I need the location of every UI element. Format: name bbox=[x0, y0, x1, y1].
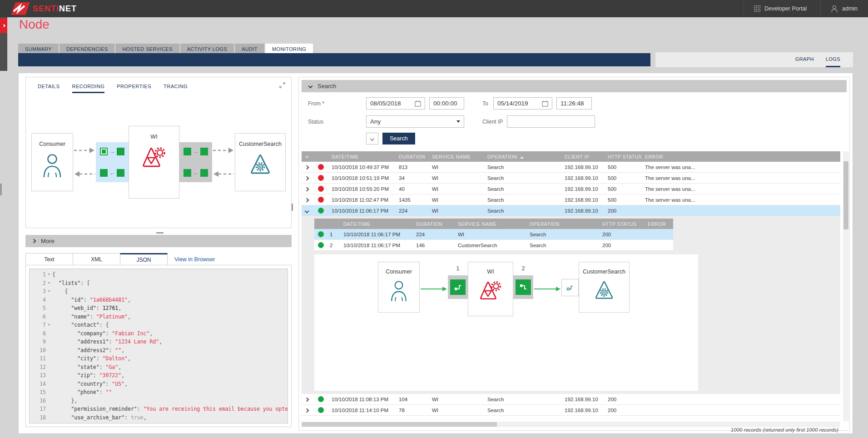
diagram-node-service[interactable]: WI bbox=[129, 126, 179, 199]
code-line: 7▾"contact": { bbox=[30, 321, 288, 329]
rec-tab-details[interactable]: DETAILS bbox=[38, 84, 60, 93]
cell-error: The server was una... bbox=[641, 164, 840, 170]
more-section-toggle[interactable]: More bbox=[25, 235, 292, 247]
collapse-all-button[interactable]: « bbox=[302, 153, 314, 160]
hop-2-block[interactable]: 2 bbox=[513, 275, 533, 299]
table-row[interactable]: 10/10/2018 10:51:19 PM34WISearch192.168.… bbox=[302, 173, 840, 184]
code-line: 6"name": "Platinum", bbox=[30, 313, 288, 321]
column-header-http-status[interactable]: HTTP STATUS bbox=[599, 221, 644, 227]
scrollbar-thumb[interactable] bbox=[843, 161, 848, 229]
row-expander[interactable] bbox=[302, 208, 314, 214]
fold-toggle-icon[interactable]: ▾ bbox=[46, 321, 52, 329]
calendar-icon[interactable] bbox=[542, 100, 548, 107]
hop-1-block[interactable]: 1 bbox=[448, 275, 468, 299]
view-tab-graph[interactable]: GRAPH bbox=[795, 52, 814, 67]
column-header-error[interactable]: ERROR bbox=[641, 154, 840, 159]
row-expander[interactable] bbox=[302, 197, 314, 203]
detail-row[interactable]: 110/10/2018 11:06:17 PM224WISearch200 bbox=[314, 229, 673, 240]
user-menu[interactable]: admin bbox=[831, 0, 858, 17]
json-code-area[interactable]: 1▾{2▾"lists": [3▾{4"id": "1a668b4481",5"… bbox=[29, 269, 288, 423]
column-header-client-ip[interactable]: CLIENT IP bbox=[561, 154, 604, 159]
fold-toggle-icon[interactable]: ▾ bbox=[46, 279, 52, 288]
rec-tab-properties[interactable]: PROPERTIES bbox=[117, 84, 151, 93]
message-square-selected bbox=[100, 148, 108, 155]
scrollbar-thumb[interactable] bbox=[302, 422, 497, 427]
cell-datetime: 10/10/2018 10:49:37 PM bbox=[328, 164, 395, 170]
diagram-node-service[interactable]: WI bbox=[468, 262, 513, 316]
search-section-toggle[interactable]: Search bbox=[302, 80, 847, 92]
sidebar-expand-tab[interactable] bbox=[0, 18, 7, 33]
table-row[interactable]: 10/10/2018 10:55:20 PM40WISearch192.168.… bbox=[302, 184, 840, 194]
table-row[interactable]: 10/10/2018 11:08:13 PM104WISearch192.168… bbox=[302, 394, 840, 405]
row-expander[interactable] bbox=[302, 175, 314, 181]
payload-tab-xml[interactable]: XML bbox=[73, 253, 120, 265]
from-date-input[interactable]: 08/05/2018 bbox=[366, 97, 425, 110]
inbound-endpoint-block[interactable]: → ← bbox=[96, 142, 129, 182]
fold-toggle-icon[interactable]: ▾ bbox=[46, 270, 52, 279]
status-cell bbox=[314, 186, 328, 192]
column-header-http-status[interactable]: HTTP STATUS bbox=[604, 154, 641, 159]
fold-toggle-icon[interactable]: ▾ bbox=[46, 287, 52, 296]
to-date-input[interactable]: 05/14/2019 bbox=[493, 97, 552, 110]
resize-handle-horizontal[interactable] bbox=[156, 232, 164, 234]
code-line: 4"id": "1a668b4481", bbox=[30, 296, 288, 304]
table-row[interactable]: 10/10/2018 11:06:17 PM224WISearch192.168… bbox=[302, 205, 840, 216]
search-button[interactable]: Search bbox=[382, 133, 415, 144]
diagram-node-consumer[interactable]: Consumer bbox=[31, 133, 73, 191]
left-scrollbar-thumb[interactable] bbox=[0, 184, 2, 195]
client-ip-input[interactable] bbox=[507, 115, 595, 128]
payload-tab-json[interactable]: JSON bbox=[120, 253, 168, 265]
column-header-date-time[interactable]: DATE/TIME bbox=[328, 154, 395, 159]
line-number: 19 bbox=[30, 422, 46, 423]
to-time-input[interactable]: 11:26:48 bbox=[556, 97, 592, 110]
calendar-icon[interactable] bbox=[415, 100, 421, 107]
status-select[interactable]: Any bbox=[366, 115, 464, 128]
row-expander[interactable] bbox=[302, 397, 314, 402]
code-text: "contact": { bbox=[71, 321, 109, 329]
rec-tab-tracing[interactable]: TRACING bbox=[164, 84, 188, 93]
diagram-node-backend[interactable]: CustomerSearch bbox=[579, 262, 630, 313]
view-tab-logs[interactable]: LOGS bbox=[826, 52, 840, 67]
column-header-error[interactable]: ERROR bbox=[644, 221, 673, 227]
line-number: 4 bbox=[30, 296, 46, 304]
more-filters-dropdown[interactable] bbox=[366, 133, 378, 144]
column-header-duration[interactable]: DURATION bbox=[395, 154, 428, 159]
column-header-operation[interactable]: OPERATION bbox=[484, 154, 561, 159]
row-expander[interactable] bbox=[302, 164, 314, 170]
row-expander[interactable] bbox=[302, 186, 314, 192]
line-number: 12 bbox=[30, 363, 46, 372]
rec-tab-recording[interactable]: RECORDING bbox=[72, 84, 105, 93]
column-header-service-name[interactable]: SERVICE NAME bbox=[454, 221, 526, 227]
detail-row[interactable]: 210/10/2018 11:06:17 PM146CustomerSearch… bbox=[314, 240, 673, 251]
cell-http-status: 200 bbox=[599, 232, 644, 237]
column-header-service-name[interactable]: SERVICE NAME bbox=[428, 154, 484, 159]
view-in-browser-link[interactable]: View in Browser bbox=[174, 256, 215, 263]
expand-panel-icon[interactable] bbox=[279, 82, 286, 90]
outbound-endpoint-block[interactable]: → ← bbox=[179, 142, 212, 182]
user-icon bbox=[831, 5, 838, 13]
results-horizontal-scrollbar[interactable] bbox=[302, 422, 840, 427]
from-time-input[interactable]: 00:00:00 bbox=[429, 97, 464, 110]
line-number: 1 bbox=[30, 270, 46, 279]
line-number: 15 bbox=[30, 388, 46, 397]
code-line: 14"country": "US", bbox=[30, 380, 288, 388]
resize-handle-vertical[interactable] bbox=[292, 204, 293, 211]
table-row[interactable]: 10/10/2018 10:49:37 PM813WISearch192.168… bbox=[302, 162, 840, 173]
table-row[interactable]: 10/10/2018 11:14:10 PM78WISearch192.168.… bbox=[302, 405, 840, 416]
diagram-node-consumer[interactable]: Consumer bbox=[378, 262, 420, 313]
column-header-duration[interactable]: DURATION bbox=[412, 221, 454, 227]
column-header-operation[interactable]: OPERATION bbox=[526, 221, 599, 227]
diagram-node-backend[interactable]: CustomerSearch bbox=[235, 133, 286, 191]
sentinet-logo[interactable]: SENTINET bbox=[10, 1, 77, 16]
code-line: 3▾{ bbox=[30, 287, 288, 296]
status-cell bbox=[314, 396, 328, 402]
payload-tab-text[interactable]: Text bbox=[25, 253, 73, 265]
table-row[interactable]: 10/10/2018 11:02:47 PM1435WISearch192.16… bbox=[302, 194, 840, 205]
developer-portal-link[interactable]: Developer Portal bbox=[754, 0, 807, 17]
line-number: 8 bbox=[30, 329, 46, 338]
row-expander[interactable] bbox=[302, 408, 314, 413]
results-vertical-scrollbar[interactable] bbox=[843, 151, 849, 421]
backend-endpoint-box[interactable] bbox=[561, 279, 579, 296]
line-number: 2 bbox=[30, 279, 46, 288]
column-header-date-time[interactable]: DATE/TIME bbox=[340, 221, 412, 227]
